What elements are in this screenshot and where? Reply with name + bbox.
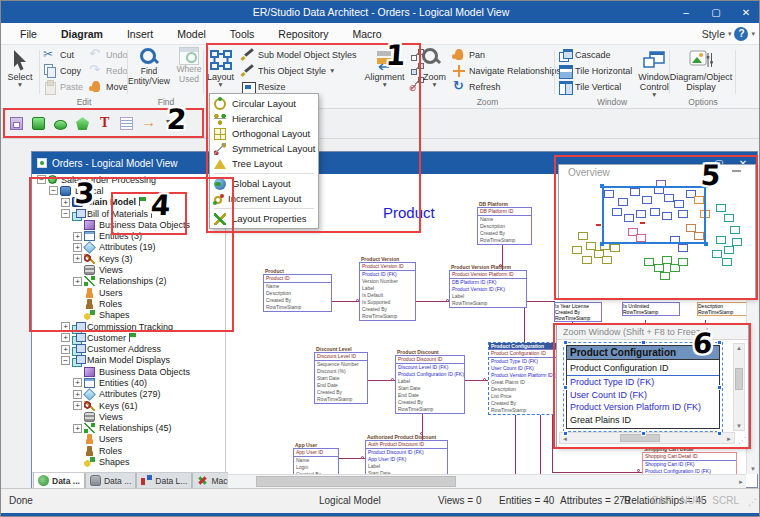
menu-item-macro[interactable]: Macro xyxy=(342,25,393,43)
entity-product-discount[interactable]: Product DiscountProduct Discount IDDisco… xyxy=(395,355,465,414)
selection-handle[interactable] xyxy=(563,340,568,345)
tree-item-shapes[interactable]: Shapes xyxy=(33,310,225,321)
layout-menu-item-orthogonal-layout[interactable]: Orthogonal Layout xyxy=(210,126,318,141)
tree-item-entities-3[interactable]: +Entities (3) xyxy=(33,230,225,241)
tab-data-l[interactable]: Data L... xyxy=(136,473,192,489)
selection-handle[interactable] xyxy=(641,340,646,345)
tree-item-shapes[interactable]: Shapes xyxy=(33,456,225,467)
expand-toggle[interactable]: + xyxy=(61,333,70,342)
tree-item-roles[interactable]: Roles xyxy=(33,445,225,456)
layout-menu-item-hierarchical[interactable]: Hierarchical xyxy=(210,111,318,126)
entity-discount-level[interactable]: Discount LevelDiscount Level IDSequence … xyxy=(314,352,368,404)
zoomed-entity-product-configuration[interactable]: Product Configuration Product Configurat… xyxy=(566,345,720,429)
tree-item-roles[interactable]: Roles xyxy=(33,298,225,309)
tree-item-sales-order-processing[interactable]: −Sales Order Processing xyxy=(33,174,225,185)
expand-toggle[interactable]: + xyxy=(73,378,82,387)
selection-handle[interactable] xyxy=(563,385,568,390)
tree-item-keys-3[interactable]: +Keys (3) xyxy=(33,253,225,264)
tree-item-customer[interactable]: +Customer xyxy=(33,332,225,343)
selection-handle[interactable] xyxy=(717,340,722,345)
save-icon[interactable] xyxy=(10,117,23,130)
sub-model-object-styles-button[interactable]: Sub Model Object Styles xyxy=(239,47,359,63)
entity-product-version-platform[interactable]: Product Version PlatformProduct Version … xyxy=(449,270,527,308)
entity-authorized-product-discount[interactable]: Authorized Product DiscountAuth Product … xyxy=(365,440,448,474)
scroll-up-icon[interactable]: ▲ xyxy=(736,345,742,351)
overview-minimap[interactable] xyxy=(566,180,750,296)
partial-entity[interactable]: DescriptionRowTimeStamp xyxy=(697,302,746,316)
tree-item-views[interactable]: Views xyxy=(33,411,225,422)
tree-item-relationships-2[interactable]: +Relationships (2) xyxy=(33,276,225,287)
resize-grip-icon[interactable]: ⋰ xyxy=(738,436,746,445)
expand-toggle[interactable]: + xyxy=(73,277,82,286)
zoom-window-vertical-scrollbar[interactable]: ▲ ▼ xyxy=(733,343,745,431)
close-button[interactable]: ✕ xyxy=(731,1,760,23)
polygon-shape-icon[interactable] xyxy=(76,117,89,130)
pan-button[interactable]: Pan xyxy=(450,47,563,63)
cascade-button[interactable]: Cascade xyxy=(556,47,634,63)
menu-item-tools[interactable]: Tools xyxy=(219,25,266,43)
scroll-left-icon[interactable]: ◄ xyxy=(562,436,568,442)
entity-db-platform[interactable]: DB PlatformDB Platform IDNameDescription… xyxy=(477,207,532,245)
select-button[interactable]: Select ▼ xyxy=(3,47,37,89)
expand-toggle[interactable]: + xyxy=(73,243,82,252)
tree-item-business-data-objects[interactable]: Business Data Objects xyxy=(33,366,225,377)
tree-item-customer-address[interactable]: +Customer Address xyxy=(33,343,225,354)
layout-menu-item-layout-properties[interactable]: Layout Properties xyxy=(210,211,318,226)
scroll-right-icon[interactable]: ► xyxy=(726,436,732,442)
tab-data[interactable]: Data ... xyxy=(85,473,136,489)
selection-handle[interactable] xyxy=(717,431,722,436)
expand-toggle[interactable]: − xyxy=(37,175,46,184)
tree-item-entities-40[interactable]: +Entities (40) xyxy=(33,377,225,388)
this-object-style-button[interactable]: This Object Style▼ xyxy=(239,63,359,79)
selection-handle[interactable] xyxy=(641,431,646,436)
alignment-button[interactable]: Alignment ▼ xyxy=(363,47,407,95)
ellipse-shape-icon[interactable] xyxy=(54,120,67,130)
scroll-right-icon[interactable]: ► xyxy=(738,479,744,485)
copy-button[interactable]: Copy xyxy=(41,63,85,79)
tree-item-keys-61[interactable]: +Keys (61) xyxy=(33,400,225,411)
toolbar-options-caret[interactable] xyxy=(164,117,177,130)
tab-data[interactable]: Data ... xyxy=(33,473,85,489)
partial-entity[interactable]: Is Year LicenseCreated ByRowTimeStamp xyxy=(554,302,602,322)
diagram-object-display-button[interactable]: Diagram/Object Display xyxy=(671,47,731,93)
arrow-shape-icon[interactable] xyxy=(142,117,155,130)
minimize-button[interactable]: – xyxy=(671,1,701,23)
zoom-window-horizontal-scrollbar[interactable]: ◄ ► xyxy=(559,432,735,444)
tree-item-main-model-displays[interactable]: −Main Model Displays xyxy=(33,355,225,366)
tile-horizontal-button[interactable]: Tile Horizontal xyxy=(556,63,634,79)
tree-item-attributes-279[interactable]: +Attributes (279) xyxy=(33,389,225,400)
text-shape-icon[interactable] xyxy=(98,117,111,130)
pin-icon[interactable] xyxy=(732,170,741,172)
maximize-button[interactable]: ▢ xyxy=(701,1,731,23)
selection-handle[interactable] xyxy=(563,431,568,436)
expand-toggle[interactable]: + xyxy=(61,322,70,331)
viewport-handle[interactable] xyxy=(704,242,708,246)
entity-product-configuration[interactable]: Product ConfigurationProduct Configurati… xyxy=(488,342,564,415)
entity-shopping-cart-detail[interactable]: Shopping Cart DetailShopping Cart Detail… xyxy=(642,452,737,474)
expand-toggle[interactable]: − xyxy=(61,209,70,218)
cut-button[interactable]: Cut xyxy=(41,47,85,63)
move-button[interactable]: Move xyxy=(87,79,130,95)
expand-toggle[interactable]: + xyxy=(73,424,82,433)
menu-item-insert[interactable]: Insert xyxy=(116,25,164,43)
text-block-icon[interactable] xyxy=(120,117,133,130)
menu-item-diagram[interactable]: Diagram xyxy=(50,25,114,43)
tree-item-main-model[interactable]: +Main Model xyxy=(33,197,225,208)
expand-toggle[interactable]: + xyxy=(61,345,70,354)
scroll-down-icon[interactable]: ▼ xyxy=(750,466,756,472)
rectangle-shape-icon[interactable] xyxy=(32,117,45,130)
tree-item-users[interactable]: Users xyxy=(33,287,225,298)
help-icon[interactable]: ? xyxy=(734,27,748,41)
window-control-button[interactable]: Window Control ▼ xyxy=(636,47,672,99)
menu-item-file[interactable]: File xyxy=(9,25,48,43)
refresh-button[interactable]: Refresh xyxy=(450,79,563,95)
tree-item-commission-tracking[interactable]: +Commission Tracking xyxy=(33,321,225,332)
expand-toggle[interactable]: + xyxy=(73,401,82,410)
canvas-product-label[interactable]: Product xyxy=(383,204,435,221)
selection-handle[interactable] xyxy=(717,385,722,390)
layout-menu-item-tree-layout[interactable]: Tree Layout xyxy=(210,156,318,171)
style-menu[interactable]: Style xyxy=(702,28,725,40)
canvas-horizontal-scrollbar[interactable]: ► xyxy=(228,474,746,488)
minimap-viewport[interactable] xyxy=(602,186,706,244)
menu-item-repository[interactable]: Repository xyxy=(267,25,339,43)
